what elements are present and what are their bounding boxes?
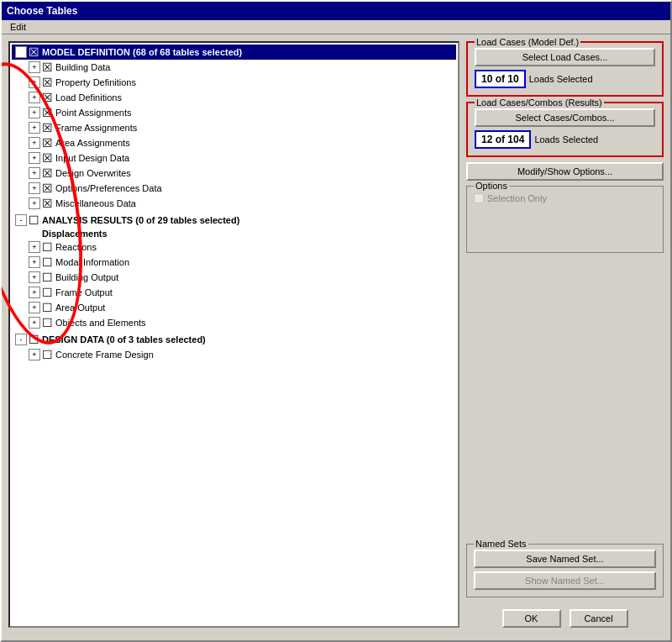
expand-area-output[interactable]: + (29, 302, 40, 313)
tree-item-input-design[interactable]: + ☒ Input Design Data (12, 150, 456, 166)
area-output-label: Area Output (55, 303, 105, 313)
load-combos-count: 12 of 104 (475, 130, 531, 149)
load-combos-group-label: Load Cases/Combos (Results) (475, 97, 604, 108)
design-data-label: DESIGN DATA (0 of 3 tables selected) (42, 334, 206, 345)
checkbox-model-def[interactable]: ☒ (29, 45, 39, 59)
checkbox-concrete-frame[interactable]: ☐ (42, 348, 53, 361)
checkbox-frame-output[interactable]: ☐ (42, 286, 53, 299)
tree-item-area-output[interactable]: + ☐ Area Output (12, 300, 456, 315)
expand-model-def[interactable]: - (15, 46, 27, 58)
tree-item-property-def[interactable]: + ☒ Property Definitions (12, 75, 456, 90)
property-def-label: Property Definitions (55, 77, 136, 87)
checkbox-reactions[interactable]: ☐ (42, 240, 53, 254)
expand-design-data[interactable]: - (15, 334, 27, 345)
tree-item-frame-output[interactable]: + ☐ Frame Output (12, 285, 456, 300)
save-named-set-button[interactable]: Save Named Set... (474, 550, 656, 568)
modal-info-label: Modal Information (55, 257, 129, 267)
tree-item-design-over[interactable]: + ☒ Design Overwrites (12, 166, 456, 181)
tree-item-objects-elements[interactable]: + ☐ Objects and Elements (12, 315, 456, 330)
loads-row-model: 10 of 10 Loads Selected (475, 70, 655, 88)
tree-item-design-data[interactable]: - ☐ DESIGN DATA (0 of 3 tables selected) (12, 332, 456, 347)
checkbox-design-over[interactable]: ☒ (42, 166, 53, 180)
model-def-label: MODEL DEFINITION (68 of 68 tables select… (42, 47, 242, 57)
tree-item-analysis-results[interactable]: - ☐ ANALYSIS RESULTS (0 of 29 tables sel… (12, 213, 456, 228)
expand-modal-info[interactable]: + (29, 256, 40, 268)
concrete-frame-label: Concrete Frame Design (55, 350, 154, 360)
expand-building-data[interactable]: + (29, 61, 40, 73)
checkbox-building-output[interactable]: ☐ (42, 271, 53, 284)
load-def-label: Load Definitions (55, 92, 122, 103)
tree-item-building-output[interactable]: + ☐ Building Output (12, 270, 456, 285)
cancel-button[interactable]: Cancel (570, 609, 628, 628)
checkbox-misc-data[interactable]: ☒ (42, 197, 53, 210)
frame-assign-label: Frame Assignments (55, 123, 137, 133)
load-cases-group-label: Load Cases (Model Def.) (475, 37, 580, 47)
checkbox-analysis-results[interactable]: ☐ (29, 213, 39, 227)
checkbox-property-def[interactable]: ☒ (42, 76, 53, 89)
options-pref-label: Options/Preferences Data (55, 183, 162, 193)
tree-item-misc-data[interactable]: + ☒ Miscellaneous Data (12, 196, 456, 211)
input-design-label: Input Design Data (55, 153, 129, 163)
building-data-label: Building Data (55, 62, 110, 72)
checkbox-area-output[interactable]: ☐ (42, 301, 53, 314)
expand-frame-output[interactable]: + (29, 287, 40, 298)
checkbox-load-def[interactable]: ☒ (42, 91, 53, 104)
expand-options-pref[interactable]: + (29, 182, 40, 194)
tree-item-frame-assign[interactable]: + ☒ Frame Assignments (12, 120, 456, 135)
area-assign-label: Area Assignments (55, 138, 130, 148)
ok-button[interactable]: OK (502, 609, 561, 628)
tree-item-building-data[interactable]: + ☒ Building Data (12, 60, 456, 75)
tree-item-modal-info[interactable]: + ☐ Modal Information (12, 255, 456, 270)
tree-item-model-def[interactable]: - ☒ MODEL DEFINITION (68 of 68 tables se… (12, 45, 456, 60)
expand-design-over[interactable]: + (29, 167, 40, 179)
expand-property-def[interactable]: + (29, 76, 40, 88)
tree-panel[interactable]: - ☒ MODEL DEFINITION (68 of 68 tables se… (8, 41, 459, 628)
tree-item-point-assign[interactable]: + ☒ Point Assignments (12, 105, 456, 120)
tree-item-concrete-frame[interactable]: + ☐ Concrete Frame Design (12, 347, 456, 362)
expand-reactions[interactable]: + (29, 241, 40, 253)
selection-only-label: Selection Only (487, 193, 547, 203)
tree-item-reactions[interactable]: + ☐ Reactions (12, 239, 456, 255)
expand-concrete-frame[interactable]: + (29, 349, 40, 360)
menu-edit[interactable]: Edit (5, 20, 31, 34)
checkbox-modal-info[interactable]: ☐ (42, 255, 53, 269)
checkbox-building-data[interactable]: ☒ (42, 61, 53, 74)
expand-objects-elements[interactable]: + (29, 317, 40, 329)
load-cases-count-label: Loads Selected (529, 74, 593, 84)
tree-item-area-assign[interactable]: + ☒ Area Assignments (12, 135, 456, 150)
main-content: - ☒ MODEL DEFINITION (68 of 68 tables se… (2, 34, 670, 634)
show-named-set-button[interactable]: Show Named Set... (474, 571, 656, 590)
reactions-label: Reactions (55, 242, 97, 252)
tree-item-displacements[interactable]: Displacements (12, 228, 456, 239)
expand-input-design[interactable]: + (29, 152, 40, 164)
checkbox-area-assign[interactable]: ☒ (42, 136, 53, 150)
analysis-results-label: ANALYSIS RESULTS (0 of 29 tables selecte… (42, 215, 239, 225)
expand-area-assign[interactable]: + (29, 137, 40, 149)
checkbox-design-data[interactable]: ☐ (29, 333, 39, 346)
selection-only-checkbox[interactable] (474, 193, 484, 203)
checkbox-input-design[interactable]: ☒ (42, 151, 53, 165)
expand-analysis-results[interactable]: - (15, 214, 27, 226)
design-over-label: Design Overwrites (55, 168, 131, 178)
load-combos-count-label: Loads Selected (534, 134, 598, 145)
displacements-label: Displacements (42, 229, 108, 239)
modify-show-options-button[interactable]: Modify/Show Options... (466, 162, 664, 181)
load-cases-group: Load Cases (Model Def.) Select Load Case… (466, 41, 664, 97)
checkbox-objects-elements[interactable]: ☐ (42, 316, 53, 329)
expand-load-def[interactable]: + (29, 92, 40, 103)
select-load-cases-button[interactable]: Select Load Cases... (475, 48, 655, 66)
expand-frame-assign[interactable]: + (29, 122, 40, 134)
select-cases-combos-button[interactable]: Select Cases/Combos... (475, 108, 655, 127)
expand-building-output[interactable]: + (29, 271, 40, 283)
spacer (466, 258, 664, 539)
checkbox-point-assign[interactable]: ☒ (42, 106, 53, 119)
tree-item-options-pref[interactable]: + ☒ Options/Preferences Data (12, 181, 456, 196)
title-bar: Choose Tables (2, 2, 670, 20)
expand-point-assign[interactable]: + (29, 107, 40, 118)
checkbox-options-pref[interactable]: ☒ (42, 182, 53, 195)
tree-item-load-def[interactable]: + ☒ Load Definitions (12, 90, 456, 105)
named-sets-group: Named Sets Save Named Set... Show Named … (466, 544, 664, 597)
menu-bar: Edit (2, 20, 670, 34)
checkbox-frame-assign[interactable]: ☒ (42, 121, 53, 134)
expand-misc-data[interactable]: + (29, 197, 40, 209)
